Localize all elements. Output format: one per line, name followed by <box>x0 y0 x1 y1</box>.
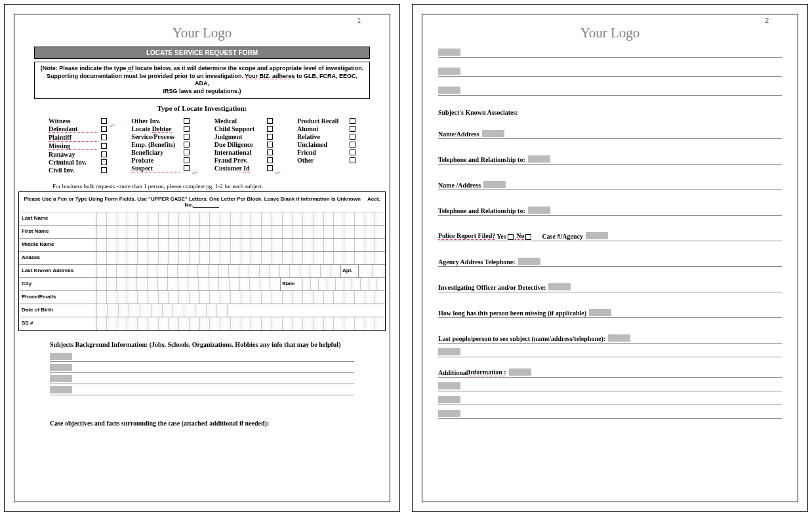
addl-line-2[interactable] <box>438 380 782 391</box>
p2-top-line-2[interactable] <box>438 66 782 77</box>
checkbox-medical[interactable] <box>267 118 273 124</box>
checkbox-otherinv[interactable] <box>184 118 190 124</box>
label-phone: Phone/Emails <box>19 291 96 304</box>
type-judgment: Judgment <box>214 133 264 140</box>
cells-firstname[interactable] <box>96 226 385 238</box>
label-state: State <box>280 278 302 290</box>
row-addr: Last Known Address Apt. <box>19 265 385 278</box>
checkbox-emp[interactable] <box>184 142 190 148</box>
checkbox-other[interactable] <box>350 157 355 163</box>
assoc-name-2[interactable]: Name /Address <box>438 175 782 190</box>
note-line1c: locate below, as it will determine the s… <box>133 65 363 71</box>
gray-field-icon <box>586 232 608 239</box>
checkbox-debtor[interactable] <box>184 126 190 132</box>
last-seen-line-2[interactable] <box>438 346 782 357</box>
bulk-note: For business bulk requests -more than 1 … <box>52 183 374 189</box>
checkbox-missing[interactable] <box>101 143 107 149</box>
cells-phone[interactable] <box>96 291 385 304</box>
checkbox-custid[interactable] <box>267 165 273 171</box>
cells-city[interactable] <box>96 278 280 290</box>
cells-ssn[interactable] <box>96 317 385 330</box>
checkbox-judgment[interactable] <box>267 134 273 140</box>
checkbox-unclaimed[interactable] <box>350 142 355 148</box>
page-number-2: 2 <box>765 17 769 24</box>
type-probate: Probate <box>131 157 181 164</box>
bg-line-4[interactable] <box>50 386 354 395</box>
squiggle <box>275 165 281 172</box>
assoc-tel-1[interactable]: Telephone and Relationship to: <box>438 149 782 165</box>
missing-line[interactable]: How long has this person been missing (i… <box>438 303 782 318</box>
logo-text: Your Logo <box>30 25 374 41</box>
cells-aliases[interactable] <box>96 252 385 264</box>
label-last-seen: Last people/person to see subject (name/… <box>438 335 605 342</box>
checkbox-service[interactable] <box>184 134 190 140</box>
page-2-content: 2 Your Logo Subject's Known Associates: … <box>422 14 798 502</box>
type-plaintiff: Plaintiff <box>49 134 98 142</box>
type-child: Child Support <box>214 125 264 132</box>
type-col-2: Other Inv. Locate Debtor Service/Process… <box>131 117 197 174</box>
agency-line[interactable]: Agency Address Telephone: <box>438 252 782 267</box>
checkbox-dd[interactable] <box>267 142 273 148</box>
gray-field-icon <box>528 207 550 214</box>
p2-top-line-1[interactable] <box>438 47 782 58</box>
note-line2a: Supporting documentation must be provide… <box>47 73 245 79</box>
case-obj-heading: Case objectives and facts surrounding th… <box>50 419 354 427</box>
checkbox-alumni[interactable] <box>350 126 355 132</box>
label-city: City <box>19 278 96 290</box>
checkbox-runaway[interactable] <box>101 151 107 157</box>
label-case-agency: Case #/Agency <box>542 233 583 240</box>
type-custid: Customer Id <box>214 165 264 172</box>
gray-field-icon <box>50 375 72 382</box>
checkbox-witness[interactable] <box>101 118 107 124</box>
type-other: Other <box>297 157 347 164</box>
checkbox-relative[interactable] <box>350 134 355 140</box>
cells-lastname[interactable] <box>96 212 385 225</box>
type-grid: Witness Defendant Plaintiff Missing Runa… <box>30 117 374 174</box>
row-dob: Date of Birth <box>19 304 385 317</box>
type-col-4: Product Recall Alumni Relative Unclaimed… <box>297 117 355 174</box>
note-box: (Note: Please indicate the type of locat… <box>34 62 370 99</box>
checkbox-intl[interactable] <box>267 149 273 155</box>
checkbox-fraud[interactable] <box>267 157 273 163</box>
gray-field-icon <box>438 49 460 56</box>
cells-state[interactable] <box>302 278 385 290</box>
acct-blank[interactable] <box>193 207 219 208</box>
last-seen-line[interactable]: Last people/person to see subject (name/… <box>438 328 782 344</box>
p2-top-line-3[interactable] <box>438 85 782 96</box>
checkbox-child[interactable] <box>267 126 273 132</box>
checkbox-recall[interactable] <box>350 118 355 124</box>
type-defendant: Defendant <box>49 125 98 133</box>
checkbox-yes[interactable] <box>508 234 514 240</box>
cells-apt[interactable] <box>359 265 385 277</box>
bg-line-1[interactable] <box>50 353 354 362</box>
checkbox-criminal[interactable] <box>101 159 107 165</box>
gray-field-icon <box>438 396 460 403</box>
checkbox-plaintiff[interactable] <box>101 134 107 140</box>
checkbox-civil[interactable] <box>101 167 107 173</box>
checkbox-no[interactable] <box>525 234 531 240</box>
police-line[interactable]: Police Report Filed? Yes No Case #/Agenc… <box>438 226 782 241</box>
label-lastname: Last Name <box>19 212 96 225</box>
cells-dob[interactable] <box>96 304 228 317</box>
cells-addr[interactable] <box>96 265 340 277</box>
checkbox-probate[interactable] <box>184 157 190 163</box>
label-ssn: SS # <box>19 317 96 330</box>
cells-middle[interactable] <box>96 239 385 251</box>
assoc-tel-2[interactable]: Telephone and Relationship to: <box>438 201 782 216</box>
checkbox-beneficiary[interactable] <box>184 149 190 155</box>
type-unclaimed: Unclaimed <box>297 141 347 148</box>
officer-line[interactable]: Investigating Officer and/or Detective: <box>438 277 782 292</box>
bg-line-2[interactable] <box>50 364 354 373</box>
addl-line-4[interactable] <box>438 408 782 419</box>
gray-field-icon <box>518 258 540 265</box>
checkbox-friend[interactable] <box>350 149 355 155</box>
squiggle <box>192 165 197 172</box>
bg-line-3[interactable] <box>50 375 354 384</box>
page-2: 2 Your Logo Subject's Known Associates: … <box>412 4 808 512</box>
addl-line-3[interactable] <box>438 394 782 405</box>
checkbox-defendant[interactable] <box>101 126 107 132</box>
addl-line[interactable]: Additional Information : <box>438 363 782 378</box>
gray-field-icon <box>50 364 72 371</box>
checkbox-suspect[interactable] <box>184 165 190 171</box>
assoc-name-1[interactable]: Name/Address <box>438 124 782 139</box>
